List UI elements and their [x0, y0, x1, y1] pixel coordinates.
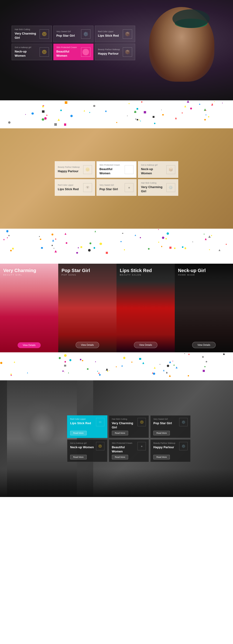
confetti-item [94, 247, 95, 249]
hero-card-3[interactable]: Got a makeup girl Neck-up Women 😐 [12, 44, 52, 60]
section2-card-2[interactable]: Got a makeup girl Neck-up Women 📦 [138, 161, 178, 178]
img-card-btn-1[interactable]: View Details [76, 342, 99, 348]
img-card-btn-3[interactable]: View Details [192, 342, 216, 348]
section4-card-text-4: Skin Protected Cream Beautiful Women [112, 442, 136, 453]
section2-card-text-0: Beauty Parlour Makeup Happy Parlour [58, 166, 81, 173]
confetti-item [169, 361, 171, 363]
hero-card-0[interactable]: Hair Bob Cutting Very Charming Girl 😐 [12, 26, 52, 42]
confetti-item [135, 234, 136, 236]
img-card-3: Neck-up Girl HOME MADE View Details [175, 264, 233, 352]
section4-read-btn-5[interactable]: Read More [153, 455, 170, 460]
section2-card-subtitle-0: Beauty Parlour Makeup [58, 166, 81, 168]
section2-card-subtitle-1: Skin Protected Cream [99, 164, 123, 166]
section4-card-5[interactable]: Beauty Parlour Makeup Happy Parlour ⚙️ R… [150, 439, 191, 462]
section4-card-4[interactable]: Skin Protected Cream Beautiful Women ● R… [109, 439, 149, 462]
section4-card-title-4: Beautiful Women [112, 446, 125, 453]
section2-card-subtitle-3: Red Color Lipps! [58, 184, 81, 186]
section2-card-icon-0: 😐 [83, 165, 92, 174]
section4-card-title-1: Very Charming Girl [112, 422, 133, 429]
section4-cards-grid: Red Color Lipps! Lips Stick Red ✉ Read M… [67, 415, 191, 462]
section4-card-top-3: Got a makeup girl Neck-up Women 😐 [70, 442, 104, 450]
confetti-item [162, 114, 164, 116]
confetti-item [89, 112, 90, 113]
hero-card-5[interactable]: Beauty Parlour Makeup Happy Parlour 📦 [95, 44, 135, 60]
hero-card-subtitle-3: Got a makeup girl [15, 46, 38, 48]
confetti-item [184, 105, 186, 107]
section2-card-text-4: Very Sweet Girl Pop Star Girl [99, 184, 123, 191]
confetti-item [142, 362, 144, 364]
confetti-item [160, 364, 161, 365]
img-card-overlay-1: Pop Star Girl POP SONG [58, 264, 116, 280]
confetti-item [154, 367, 156, 369]
section4-card-3[interactable]: Got a makeup girl Neck-up Women 😐 Read M… [67, 439, 107, 462]
section4-card-subtitle-5: Beauty Parlour Makeup [153, 442, 178, 444]
confetti-item [14, 361, 15, 363]
section4-read-btn-3[interactable]: Read More [70, 455, 87, 460]
hero-card-text-0: Hair Bob Cutting Very Charming Girl [15, 28, 38, 40]
hero-card-4[interactable]: Skin Protected Cream Beautiful Women [53, 44, 94, 60]
confetti-item [127, 116, 128, 116]
section4-read-btn-2[interactable]: Read More [153, 431, 170, 436]
confetti-item [209, 249, 210, 250]
section4-card-subtitle-1: Hair Bob Cutting [112, 418, 136, 420]
hero-card-1[interactable]: Very Sweet Girl Pop Star Girl ⚙️ [53, 26, 94, 42]
confetti-item [166, 372, 168, 373]
confetti-item [46, 114, 47, 116]
section4-read-btn-1[interactable]: Read More [112, 431, 128, 436]
hero-card-subtitle-0: Hair Bob Cutting [15, 28, 38, 30]
section2-card-title-2: Neck-up Women [141, 167, 153, 175]
section2-card-0[interactable]: Beauty Parlour Makeup Happy Parlour 😐 [55, 161, 95, 178]
section4-card-icon-1: 😐 [137, 418, 146, 426]
confetti-item [123, 357, 126, 359]
section2-card-title-3: Lips Stick Red [58, 187, 79, 191]
confetti-item [162, 236, 164, 239]
section4-card-text-1: Hair Bob Cutting Very Charming Girl [112, 418, 136, 429]
confetti-item [62, 370, 64, 372]
img-card-1: Pop Star Girl POP SONG View Details [58, 264, 116, 352]
hero-card-subtitle-2: Red Color Lipps! [98, 30, 121, 33]
section2-card-3[interactable]: Red Color Lipps! Lips Stick Red 👁️ [55, 179, 95, 196]
confetti-item [129, 103, 130, 104]
section2-card-icon-3: 👁️ [83, 183, 92, 192]
confetti-item [54, 250, 57, 252]
section2-card-icon-5: ⚙️ [166, 183, 175, 192]
confetti-item [8, 121, 10, 124]
section2-card-title-4: Pop Star Girl [99, 187, 118, 191]
section4-card-text-3: Got a makeup girl Neck-up Women [70, 442, 95, 449]
section4-card-top-4: Skin Protected Cream Beautiful Women ● [112, 442, 146, 453]
confetti-item [182, 246, 183, 248]
confetti-item [173, 364, 175, 366]
section4-card-title-5: Happy Parlour [153, 446, 174, 449]
section2-card-1[interactable]: Skin Protected Cream Beautiful Women [96, 161, 137, 178]
confetti-item [140, 237, 141, 238]
section4-card-top-0: Red Color Lipps! Lips Stick Red ✉ [70, 418, 104, 426]
section2-card-5[interactable]: Hair Bob Cutting Very Charming Girl ⚙️ [138, 179, 178, 196]
img-card-btn-0[interactable]: View Details [18, 342, 41, 348]
section4-card-0[interactable]: Red Color Lipps! Lips Stick Red ✉ Read M… [67, 415, 107, 438]
section4-card-subtitle-3: Got a makeup girl [70, 442, 95, 444]
section4-card-2[interactable]: Very Sweet Girl Pop Star Girl ⚙️ Read Mo… [150, 415, 191, 438]
confetti-item [82, 360, 83, 361]
section4-card-1[interactable]: Hair Bob Cutting Very Charming Girl 😐 Re… [109, 415, 149, 438]
confetti-item [31, 112, 33, 114]
hero-card-title-2: Lips Stick Red [98, 34, 119, 37]
eye-shadow-decor [175, 19, 207, 28]
confetti-item [41, 247, 43, 249]
section4-read-btn-4[interactable]: Read More [112, 455, 128, 460]
section4-card-text-0: Red Color Lipps! Lips Stick Red [70, 418, 95, 425]
confetti-item [192, 241, 193, 242]
section4-read-btn-0[interactable]: Read More [70, 431, 87, 436]
confetti-item [169, 247, 172, 249]
img-card-btn-2[interactable]: View Details [134, 342, 158, 348]
hero-card-2[interactable]: Red Color Lipps! Lips Stick Red 📦 [95, 26, 135, 42]
confetti-item [80, 246, 82, 248]
confetti-item [116, 366, 117, 367]
img-card-sub-3: HOME MADE [178, 274, 230, 276]
confetti-item [69, 359, 71, 361]
section2-card-4[interactable]: Very Sweet Girl Pop Star Girl ● [96, 179, 137, 196]
confetti-item [206, 114, 207, 115]
hero-card-text-4: Skin Protected Cream Beautiful Women [56, 46, 79, 58]
section4-card-top-1: Hair Bob Cutting Very Charming Girl 😐 [112, 418, 146, 429]
confetti-item [134, 110, 136, 113]
confetti-item [52, 240, 54, 242]
